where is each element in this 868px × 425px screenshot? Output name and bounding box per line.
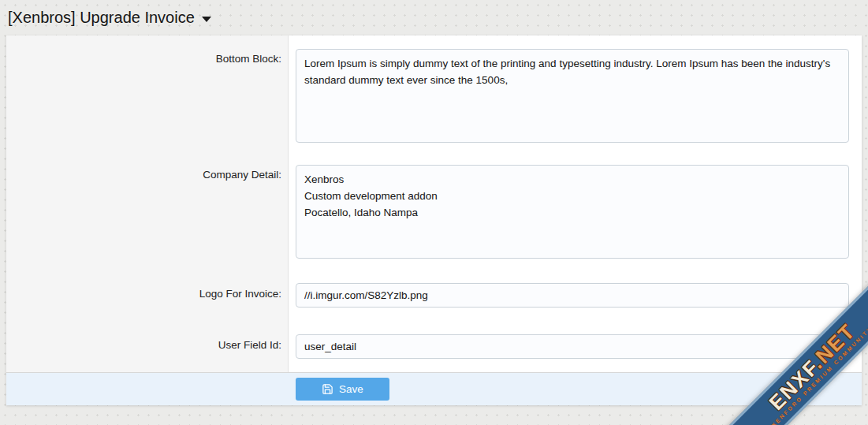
logo-for-invoice-control-cell [289,270,862,320]
save-bar: Save [6,372,862,405]
company-detail-label: Company Detail: [6,154,289,270]
company-detail-textarea[interactable]: Xenbros Custom development addon Pocatel… [296,165,849,259]
page-title[interactable]: [Xenbros] Upgrade Invoice [8,9,211,27]
bottom-block-control-cell: Lorem Ipsum is simply dummy text of the … [289,35,862,154]
form-row-logo-for-invoice: Logo For Invoice: [6,270,862,320]
save-button[interactable]: Save [296,378,389,401]
caret-down-icon [202,17,211,22]
user-field-id-label: User Field Id: [6,320,289,372]
save-button-label: Save [339,383,363,395]
bottom-block-textarea[interactable]: Lorem Ipsum is simply dummy text of the … [296,49,849,143]
logo-for-invoice-label: Logo For Invoice: [6,270,289,320]
user-field-id-input[interactable] [296,334,849,359]
form-row-bottom-block: Bottom Block: Lorem Ipsum is simply dumm… [6,35,862,154]
user-field-id-control-cell [289,320,862,372]
form-row-user-field-id: User Field Id: [6,320,862,372]
form-row-company-detail: Company Detail: Xenbros Custom developme… [6,154,862,270]
logo-for-invoice-input[interactable] [296,283,849,308]
page-title-label: [Xenbros] Upgrade Invoice [8,9,195,27]
company-detail-control-cell: Xenbros Custom development addon Pocatel… [289,154,862,270]
page-header: [Xenbros] Upgrade Invoice [0,0,868,35]
page-background: { "header": { "title": "[Xenbros] Upgrad… [0,0,868,425]
floppy-disk-icon [322,383,333,395]
options-form-panel: Bottom Block: Lorem Ipsum is simply dumm… [6,35,862,405]
bottom-block-label: Bottom Block: [6,35,289,154]
